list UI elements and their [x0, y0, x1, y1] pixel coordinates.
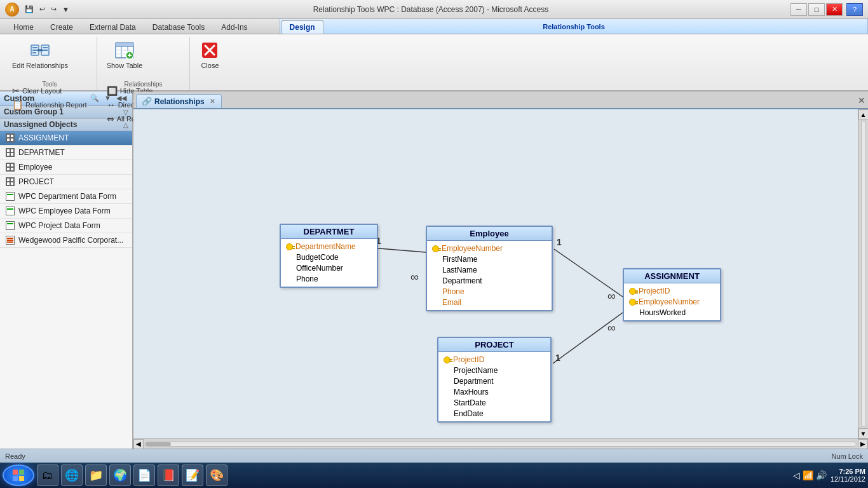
tools-group-label: Tools: [3, 81, 97, 88]
maximize-btn[interactable]: □: [808, 3, 825, 16]
svg-line-26: [554, 249, 623, 297]
clear-layout-label: Clear Layout: [22, 87, 62, 95]
help-btn[interactable]: ?: [846, 3, 863, 16]
db-table-employee[interactable]: Employee EmployeeNumber FirstName LastNa…: [426, 226, 553, 311]
pk-icon-projectid: [629, 288, 636, 295]
content-area: 🔗 Relationships ✕ ✕ 1 ∞: [133, 92, 868, 449]
tray-volume-icon[interactable]: 🔊: [816, 470, 827, 480]
main-content: Custom 🔍 ▼ ◀◀ Custom Group 1 ▽ Unassigne…: [0, 92, 868, 449]
pk-icon-employeenumber: [432, 245, 439, 252]
taskbar-folder[interactable]: 📁: [85, 464, 107, 486]
close-window-btn[interactable]: ✕: [826, 3, 843, 16]
employee-field-email: Email: [432, 297, 546, 308]
relationships-tab-close[interactable]: ✕: [210, 98, 215, 105]
svg-rect-9: [43, 50, 48, 51]
nav-item-label-departmet: DEPARTMET: [18, 148, 65, 157]
db-table-departmet[interactable]: DEPARTMET DepartmentName BudgetCode Offi…: [280, 224, 378, 288]
taskbar-pdf[interactable]: 📄: [133, 464, 155, 486]
svg-line-29: [553, 313, 623, 363]
nav-item-employee[interactable]: Employee: [0, 160, 132, 175]
close-btn[interactable]: Close: [195, 37, 224, 72]
scroll-left-btn[interactable]: ◀: [133, 439, 144, 449]
pk-icon-departmentname: [286, 243, 293, 250]
relationships-tab[interactable]: 🔗 Relationships ✕: [136, 94, 222, 108]
project-field-enddate: EndDate: [444, 409, 545, 419]
tray-network-icon[interactable]: 📶: [803, 470, 813, 480]
svg-point-4: [40, 49, 43, 51]
project-field-department: Department: [444, 376, 545, 386]
db-table-project[interactable]: PROJECT ProjectID ProjectName Department: [437, 337, 552, 423]
statusbar-right: Num Lock: [831, 452, 863, 460]
minimize-btn[interactable]: ─: [790, 3, 807, 16]
redo-quick-btn[interactable]: ↪: [49, 4, 58, 14]
nav-item-project[interactable]: PROJECT: [0, 175, 132, 189]
nav-item-label-wpc-dept-form: WPC Department Data Form: [18, 192, 116, 201]
nav-item-label-employee: Employee: [18, 163, 52, 172]
nav-item-wpc-proj-form[interactable]: WPC Project Data Form: [0, 219, 132, 233]
svg-rect-32: [13, 470, 18, 475]
project-field-projectname: ProjectName: [444, 365, 545, 376]
nav-item-departmet[interactable]: DEPARTMET: [0, 146, 132, 160]
start-button[interactable]: [3, 464, 34, 486]
save-quick-btn[interactable]: 💾: [23, 4, 36, 14]
taskbar-paint[interactable]: 🎨: [206, 464, 227, 486]
form-icon-wpc-proj: [5, 220, 15, 231]
nav-item-wpc-emp-form[interactable]: WPC Employee Data Form: [0, 204, 132, 219]
departmet-fields: DepartmentName BudgetCode OfficeNumber P…: [281, 239, 377, 287]
edit-relationships-btn[interactable]: Edit Relationships: [8, 37, 72, 72]
scroll-track-horizontal[interactable]: [145, 442, 857, 447]
nav-item-wedgewood[interactable]: Wedgewood Pacific Corporat...: [0, 233, 132, 248]
taskbar-acrobat[interactable]: 📕: [158, 464, 179, 486]
assignment-fields: ProjectID EmployeeNumber HoursWorked: [624, 283, 720, 320]
relationships-tab-label: Relationships: [154, 97, 205, 106]
nav-item-label-wedgewood: Wedgewood Pacific Corporat...: [18, 236, 123, 245]
project-field-maxhours: MaxHours: [444, 387, 545, 397]
canvas-container: 1 ∞ 1 ∞ 1 ∞ DEPARTMET: [133, 109, 868, 438]
canvas-horizontal-scrollbar[interactable]: ◀ ▶: [133, 438, 868, 449]
num-lock-indicator: Num Lock: [831, 452, 863, 460]
nav-item-wpc-dept-form[interactable]: WPC Department Data Form: [0, 189, 132, 204]
taskbar-file-explorer[interactable]: 🗂: [37, 464, 58, 486]
svg-rect-6: [32, 50, 37, 51]
employee-field-employeenumber: EmployeeNumber: [432, 243, 546, 254]
context-tab-group-label: Relationship Tools: [280, 19, 868, 34]
tab-database-tools[interactable]: Database Tools: [144, 20, 214, 34]
svg-rect-8: [43, 47, 48, 48]
clock-time: 7:26 PM: [831, 468, 865, 475]
svg-rect-33: [19, 470, 24, 475]
tab-home[interactable]: Home: [5, 20, 42, 34]
canvas-vertical-scrollbar[interactable]: ▲ ▼: [858, 109, 868, 438]
relationships-group-label: Relationships: [97, 81, 190, 88]
tab-create[interactable]: Create: [42, 20, 81, 34]
scroll-up-btn[interactable]: ▲: [858, 109, 869, 119]
clock[interactable]: 7:26 PM 12/11/2012: [831, 468, 865, 483]
undo-quick-btn[interactable]: ↩: [37, 4, 47, 14]
tab-add-ins[interactable]: Add-Ins: [213, 20, 255, 34]
taskbar: 🗂 🌐 📁 🌍 📄 📕 📝 🎨 ◁ 📶 🔊 7:26 PM 12/11/2012: [0, 463, 868, 488]
svg-point-3: [37, 49, 40, 51]
scroll-down-btn[interactable]: ▼: [858, 428, 869, 438]
tab-panel-close-btn[interactable]: ✕: [858, 95, 865, 105]
db-table-assignment[interactable]: ASSIGNMENT ProjectID EmployeeNumber: [623, 268, 721, 322]
tab-external-data[interactable]: External Data: [81, 20, 144, 34]
nav-item-label-wpc-emp-form: WPC Employee Data Form: [18, 207, 111, 215]
dropdown-quick-btn[interactable]: ▼: [60, 5, 71, 14]
tray-arrow-icon[interactable]: ◁: [793, 470, 800, 480]
nav-item-label-project: PROJECT: [18, 177, 54, 186]
relationship-canvas[interactable]: 1 ∞ 1 ∞ 1 ∞ DEPARTMET: [133, 109, 858, 438]
taskbar-chrome[interactable]: 🌐: [61, 464, 83, 486]
tab-design[interactable]: Design: [281, 20, 323, 34]
table-icon-assignment: [5, 133, 15, 143]
app-icon: A: [5, 3, 19, 17]
show-table-btn[interactable]: Show Table: [102, 37, 147, 72]
taskbar-internet[interactable]: 🌍: [109, 464, 131, 486]
svg-rect-7: [32, 52, 36, 53]
relationships-buttons: Show Table: [102, 37, 147, 84]
scroll-right-btn[interactable]: ▶: [858, 439, 868, 449]
departmet-field-budgetcode: BudgetCode: [286, 252, 372, 262]
svg-text:1: 1: [557, 237, 562, 247]
taskbar-word[interactable]: 📝: [182, 464, 203, 486]
pk-icon-project-projectid: [444, 356, 451, 363]
relationship-report-btn[interactable]: 📋 Relationship Report: [8, 98, 92, 112]
departmet-field-officenumber: OfficeNumber: [286, 263, 372, 273]
